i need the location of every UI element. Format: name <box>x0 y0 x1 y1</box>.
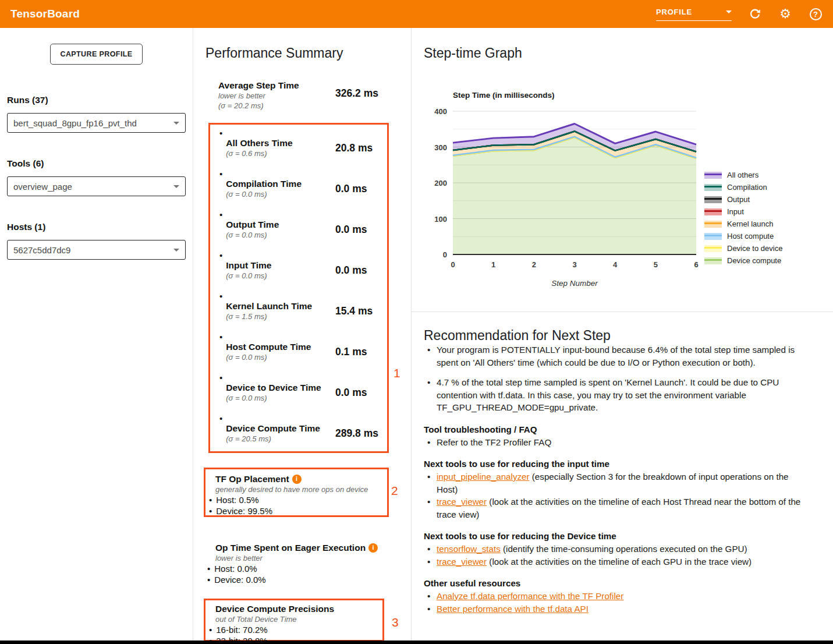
svg-text:1: 1 <box>491 260 495 269</box>
perf-item: • Kernel Launch Time (σ = 1.5 ms) 15.4 m… <box>210 291 387 331</box>
faq-item: Refer to the TF2 Profiler FAQ <box>424 436 808 449</box>
metric-label: Device Compute Time <box>226 423 320 434</box>
perf-item: • Device Compute Time (σ = 20.5 ms) 289.… <box>210 413 387 454</box>
bullet: • <box>219 209 222 220</box>
svg-text:0: 0 <box>443 250 447 259</box>
svg-text:Step Number: Step Number <box>551 279 598 288</box>
link-better-performance-tfdata[interactable]: Better performance with the tf.data API <box>437 604 589 614</box>
sidebar: CAPTURE PROFILE Runs (37) bert_squad_8gp… <box>0 28 193 641</box>
legend-item: Input <box>704 206 782 218</box>
legend-label: Input <box>727 207 744 216</box>
link-trace-viewer[interactable]: trace_viewer <box>437 557 487 567</box>
annotation-box-3: Device Compute Precisions out of Total D… <box>204 599 384 641</box>
legend-label: Host compute <box>727 232 774 240</box>
metric-value: 0.0 ms <box>335 183 367 195</box>
svg-text:5: 5 <box>654 260 658 269</box>
recommendation-section: Recommendation for Next Step Your progra… <box>424 328 823 615</box>
capture-profile-button[interactable]: CAPTURE PROFILE <box>50 44 142 65</box>
metric-value: 326.2 ms <box>335 87 378 100</box>
metric-sigma: (σ = 0.0 ms) <box>226 352 311 362</box>
step-time-graph-title: Step-time Graph <box>424 45 833 61</box>
metric-label: Output Time <box>226 219 279 230</box>
perf-item: • Input Time (σ = 0.0 ms) 0.0 ms <box>210 250 387 291</box>
refresh-button[interactable] <box>748 7 762 21</box>
metric-value: 20.8 ms <box>335 142 373 154</box>
tf-op-placement-title: TF Op Placementi <box>215 473 387 484</box>
eager-title: Op Time Spent on Eager Executioni <box>215 542 411 553</box>
tool-item-description: (identify the time-consuming operations … <box>501 544 747 554</box>
help-icon: ? <box>810 8 822 20</box>
svg-text:0: 0 <box>451 260 455 269</box>
bullet: • <box>219 413 222 423</box>
metric-sigma: (σ = 0.0 ms) <box>226 189 302 199</box>
precisions-note: out of Total Device Time <box>215 614 382 624</box>
metric-label: Device to Device Time <box>226 382 321 393</box>
svg-text:400: 400 <box>434 107 447 116</box>
device-tools-heading: Next tools to use for reducing the Devic… <box>424 531 823 541</box>
link-analyze-tfdata[interactable]: Analyze tf.data performance with the TF … <box>437 591 623 601</box>
runs-select[interactable]: bert_squad_8gpu_fp16_pvt_thd <box>7 113 186 133</box>
legend-swatch <box>704 257 722 264</box>
metric-label: All Others Time <box>226 137 292 148</box>
link-trace-viewer[interactable]: trace_viewer <box>437 497 487 507</box>
perf-item: • Host Compute Time (σ = 0.0 ms) 0.1 ms <box>210 331 387 372</box>
window-bottom-edge <box>0 641 833 644</box>
link-input-pipeline-analyzer[interactable]: input_pipeline_analyzer <box>437 472 530 482</box>
tool-item-description: (look at the activities on the timeline … <box>437 497 800 519</box>
other-resources-heading: Other useful resources <box>424 578 823 588</box>
svg-text:3: 3 <box>572 260 576 269</box>
svg-text:2: 2 <box>532 260 536 269</box>
metric-sigma: (σ = 20.2 ms) <box>218 101 411 111</box>
legend-item: Device to device <box>704 242 782 254</box>
legend-item: Host compute <box>704 230 782 242</box>
recommendation-bullet: 4.7 % of the total step time sampled is … <box>424 376 808 414</box>
info-icon[interactable]: i <box>292 475 302 484</box>
info-icon[interactable]: i <box>368 543 378 553</box>
chart-legend: All othersCompilationOutputInputKernel l… <box>704 169 782 267</box>
chevron-down-icon <box>173 249 179 252</box>
bullet: • <box>219 372 222 383</box>
svg-text:6: 6 <box>694 260 698 269</box>
refresh-icon <box>749 8 761 20</box>
legend-item: All others <box>704 169 782 181</box>
legend-label: All others <box>727 171 758 179</box>
legend-swatch <box>704 172 722 179</box>
tool-item: tensorflow_stats (identify the time-cons… <box>424 543 808 555</box>
help-button[interactable]: ? <box>809 7 823 21</box>
legend-label: Kernel launch <box>727 220 774 228</box>
svg-text:200: 200 <box>434 179 447 187</box>
settings-button[interactable]: ⚙ <box>778 7 792 21</box>
metric-value: 0.0 ms <box>335 387 367 399</box>
precisions-16bit: 16-bit: 70.2% <box>209 624 382 635</box>
performance-summary-panel: Performance Summary Average Step Time lo… <box>193 28 412 641</box>
legend-swatch <box>704 196 722 203</box>
legend-label: Compilation <box>727 183 767 192</box>
metric-sigma: (σ = 0.0 ms) <box>226 271 271 281</box>
runs-label: Runs (37) <box>7 95 193 105</box>
dashboard-selector[interactable]: PROFILE <box>656 8 732 21</box>
section-divider <box>412 312 833 312</box>
annotation-number-1: 1 <box>394 366 400 380</box>
metric-value: 0.0 ms <box>335 264 367 277</box>
main-panel: Step-time Graph 01002003004000123456Step… <box>412 28 833 641</box>
eager-device: Device: 0.0% <box>207 574 411 585</box>
legend-swatch <box>704 184 722 191</box>
eager-host: Host: 0.0% <box>207 563 411 574</box>
input-tools-heading: Next tools to use for reducing the input… <box>424 459 823 469</box>
tf-op-placement-host: Host: 0.5% <box>209 494 387 505</box>
annotation-number-3: 3 <box>392 615 399 629</box>
tools-select[interactable]: overview_page <box>7 176 186 196</box>
average-step-time-row: Average Step Time lower is better (σ = 2… <box>193 80 411 110</box>
resource-item: Better performance with the tf.data API <box>424 603 808 615</box>
metric-value: 15.4 ms <box>335 305 373 317</box>
precisions-title: Device Compute Precisions <box>215 603 382 614</box>
metric-label: Input Time <box>226 260 271 271</box>
recommendation-title: Recommendation for Next Step <box>424 328 823 344</box>
metric-sigma: (σ = 0.0 ms) <box>226 230 279 240</box>
link-tensorflow-stats[interactable]: tensorflow_stats <box>437 544 501 554</box>
legend-label: Device to device <box>727 244 782 253</box>
resource-item: Analyze tf.data performance with the TF … <box>424 590 808 603</box>
legend-label: Output <box>727 195 750 204</box>
legend-swatch <box>704 208 722 215</box>
hosts-select[interactable]: 5627c5dd7dc9 <box>7 240 186 260</box>
